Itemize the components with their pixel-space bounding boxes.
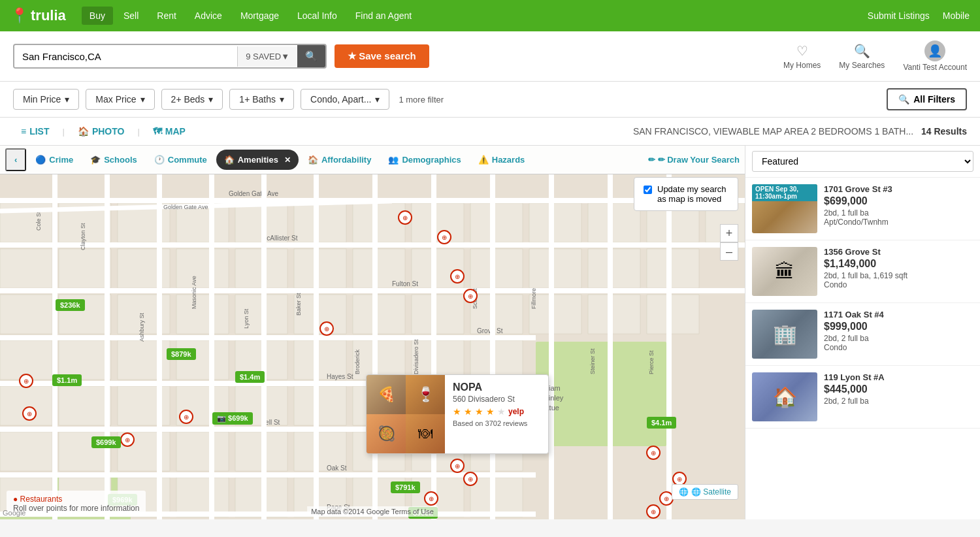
price-label-236k[interactable]: $236k (56, 299, 85, 311)
type-filter[interactable]: Condo, Apart... ▾ (301, 89, 389, 110)
listing-card-2[interactable]: 🏛 1356 Grove St $1,149,000 2bd, 1 full b… (745, 240, 980, 303)
nav-rent[interactable]: Rent (149, 7, 184, 25)
listing-thumb-2: 🏛 (752, 247, 817, 296)
map-tab-hazards[interactable]: ⚠️ Hazards (470, 150, 533, 170)
svg-text:⊕: ⊕ (402, 214, 408, 221)
main-area: ‹ 🔵 Crime 🎓 Schools 🕐 Commute 🏠 Amenitie… (0, 146, 980, 519)
nav-sell[interactable]: Sell (116, 7, 146, 25)
map-tab-prev[interactable]: ‹ (5, 148, 26, 171)
listing-card-1[interactable]: OPEN Sep 30, 11:30am-1pm 1701 Grove St #… (745, 178, 980, 240)
legend-marker: ● Restaurants (13, 495, 139, 504)
draw-search-link[interactable]: ✏ ✏ Draw Your Search (648, 155, 740, 165)
price-label-699k-camera[interactable]: 📷 $699k (212, 412, 253, 425)
zoom-in-button[interactable]: + (720, 224, 738, 242)
nav-mobile[interactable]: Mobile (943, 10, 970, 21)
nav-right-links: Submit Listings Mobile (868, 10, 970, 21)
nav-links: Buy Sell Rent Advice Mortgage Local Info… (82, 7, 419, 25)
user-account-link[interactable]: 👤 Vanti Test Account (903, 41, 967, 72)
svg-text:Clayton St: Clayton St (80, 223, 86, 250)
listing-details-1: 2bd, 1 full ba Apt/Condo/Twnhm (824, 208, 973, 227)
max-price-filter[interactable]: Max Price ▾ (86, 89, 154, 110)
price-label-791k[interactable]: $791k (391, 481, 420, 493)
listing-info-3: 1171 Oak St #4 $999,000 2bd, 2 full ba C… (824, 310, 973, 359)
price-label-699k[interactable]: $699k (91, 436, 121, 448)
svg-rect-71 (176, 478, 229, 517)
nav-advice[interactable]: Advice (187, 7, 230, 25)
svg-rect-48 (412, 340, 464, 380)
svg-rect-10 (353, 203, 405, 242)
price-label-14m[interactable]: $1.4m (235, 371, 265, 383)
more-filter-label: 1 more filter (399, 95, 444, 105)
satellite-button[interactable]: 🌐 🌐 Satellite (672, 484, 738, 500)
star-empty: ★ (497, 406, 506, 417)
svg-rect-9 (294, 203, 346, 242)
baths-filter[interactable]: 1+ Baths ▾ (229, 89, 294, 110)
map-view-button[interactable]: 🗺 MAP (145, 123, 193, 140)
map-tab-crime[interactable]: 🔵 Crime (27, 150, 81, 170)
listing-thumb-4: 🏠 (752, 372, 817, 421)
nav-find-agent[interactable]: Find an Agent (348, 7, 419, 25)
price-label-879k[interactable]: $879k (167, 348, 196, 360)
saved-searches-badge[interactable]: 9 SAVED▼ (237, 46, 297, 67)
listing-thumb-3: 🏢 (752, 310, 817, 359)
map-tab-schools[interactable]: 🎓 Schools (82, 150, 145, 170)
map-tab-commute[interactable]: 🕐 Commute (146, 150, 215, 170)
svg-text:Pierce St: Pierce St (648, 350, 655, 374)
photo-view-button[interactable]: 🏠 PHOTO (70, 123, 133, 140)
nav-local-info[interactable]: Local Info (289, 7, 345, 25)
all-filters-button[interactable]: 🔍 All Filters (887, 88, 967, 110)
my-homes-link[interactable]: ♡ My Homes (783, 43, 821, 70)
listing-card-3[interactable]: 🏢 1171 Oak St #4 $999,000 2bd, 2 full ba… (745, 303, 980, 366)
min-price-filter[interactable]: Min Price ▾ (13, 89, 79, 110)
svg-rect-107 (431, 174, 436, 519)
svg-rect-36 (412, 295, 464, 334)
listing-price-3: $999,000 (824, 321, 973, 333)
svg-text:Fulton St: Fulton St (392, 280, 418, 287)
account-label: Vanti Test Account (903, 63, 967, 72)
svg-rect-40 (647, 295, 699, 334)
sort-select[interactable]: Featured Newest Price: Low to High Price… (752, 151, 973, 172)
price-label-11m[interactable]: $1.1m (52, 374, 82, 386)
top-navigation: 📍 trulia Buy Sell Rent Advice Mortgage L… (0, 0, 980, 31)
update-search-label: Update my search as map is moved (657, 184, 728, 204)
nav-mortgage[interactable]: Mortgage (233, 7, 287, 25)
hazards-icon: ⚠️ (478, 155, 489, 165)
svg-rect-105 (372, 174, 378, 519)
nav-buy[interactable]: Buy (82, 7, 113, 25)
zoom-out-button[interactable]: – (720, 242, 738, 261)
svg-text:Fillmore: Fillmore (531, 288, 537, 309)
update-search-checkbox[interactable] (644, 186, 652, 194)
beds-filter[interactable]: 2+ Beds ▾ (161, 89, 223, 110)
map-container[interactable]: ‹ 🔵 Crime 🎓 Schools 🕐 Commute 🏠 Amenitie… (0, 146, 745, 519)
svg-rect-111 (549, 174, 554, 519)
svg-rect-26 (529, 249, 581, 288)
listing-info-2: 1356 Grove St $1,149,000 2bd, 1 full ba,… (824, 247, 973, 296)
listing-info-1: 1701 Grove St #3 $699,000 2bd, 1 full ba… (824, 184, 973, 233)
logo-pin-icon: 📍 (10, 7, 28, 24)
svg-text:Golden Gate Ave: Golden Gate Ave (163, 204, 208, 210)
price-label-41m[interactable]: $4.1m (647, 417, 676, 429)
nav-submit-listings[interactable]: Submit Listings (868, 10, 930, 21)
my-searches-label: My Searches (839, 61, 885, 70)
my-searches-link[interactable]: 🔍 My Searches (839, 43, 885, 70)
location-search-input[interactable] (14, 46, 237, 67)
map-tab-demographics[interactable]: 👥 Demographics (380, 150, 468, 170)
popup-info: NOPA 560 Divisadero St ★ ★ ★ ★ ★ yelp Ba… (445, 375, 535, 453)
svg-rect-20 (176, 249, 229, 288)
demographics-icon: 👥 (388, 155, 399, 165)
map-tab-amenities[interactable]: 🏠 Amenities ✕ (216, 150, 299, 170)
save-search-button[interactable]: ★ Save search (335, 44, 429, 68)
map-svg: Golden Gate Ave McAllister St Fulton St … (0, 146, 745, 519)
search-submit-button[interactable]: 🔍 (297, 45, 325, 67)
yelp-label[interactable]: yelp (508, 407, 524, 416)
listing-card-4[interactable]: 🏠 119 Lyon St #A $445,000 2bd, 2 full ba (745, 366, 980, 429)
popup-name: NOPA (453, 382, 527, 393)
svg-text:Grove St: Grove St (477, 327, 503, 334)
svg-text:Steiner St: Steiner St (589, 348, 596, 374)
svg-text:⊕: ⊕ (664, 495, 669, 502)
list-view-button[interactable]: ≡ LIST (13, 123, 57, 140)
listing-address-4: 119 Lyon St #A (824, 372, 973, 382)
map-tab-affordability[interactable]: 🏠 Affordability (300, 150, 380, 170)
tab-close-icon[interactable]: ✕ (284, 155, 291, 165)
trulia-logo[interactable]: 📍 trulia (10, 7, 66, 24)
